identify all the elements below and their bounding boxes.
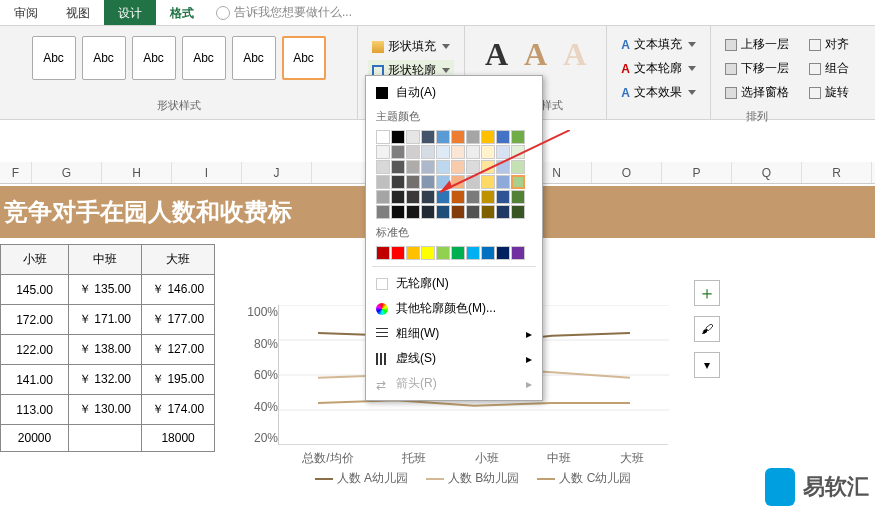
color-swatch[interactable] [496, 205, 510, 219]
color-swatch[interactable] [511, 130, 525, 144]
text-effects-button[interactable]: A文本效果 [617, 82, 700, 103]
selection-pane-button[interactable]: 选择窗格 [721, 82, 793, 103]
col-header[interactable]: O [592, 162, 662, 183]
color-swatch[interactable] [406, 190, 420, 204]
text-fill-button[interactable]: A文本填充 [617, 34, 700, 55]
tab-format[interactable]: 格式 [156, 0, 208, 25]
color-swatch[interactable] [481, 246, 495, 260]
arrows-item[interactable]: ⇄箭头(R)▸ [366, 371, 542, 396]
color-swatch[interactable] [391, 205, 405, 219]
color-swatch[interactable] [421, 205, 435, 219]
table-row[interactable]: 172.00￥ 171.00￥ 177.00 [1, 305, 215, 335]
color-swatch[interactable] [511, 246, 525, 260]
wordart-preset[interactable]: A [518, 36, 553, 73]
color-swatch[interactable] [466, 160, 480, 174]
tell-me[interactable]: 告诉我您想要做什么... [208, 0, 360, 25]
table-row[interactable]: 2000018000 [1, 425, 215, 452]
color-swatch[interactable] [421, 246, 435, 260]
color-swatch[interactable] [376, 246, 390, 260]
align-button[interactable]: 对齐 [805, 34, 853, 55]
more-colors-item[interactable]: 其他轮廓颜色(M)... [366, 296, 542, 321]
color-swatch[interactable] [466, 190, 480, 204]
color-swatch[interactable] [436, 205, 450, 219]
color-swatch[interactable] [406, 246, 420, 260]
color-swatch[interactable] [466, 205, 480, 219]
table-row[interactable]: 122.00￥ 138.00￥ 127.00 [1, 335, 215, 365]
dashes-item[interactable]: 虚线(S)▸ [366, 346, 542, 371]
color-swatch[interactable] [466, 130, 480, 144]
color-swatch[interactable] [451, 246, 465, 260]
color-swatch[interactable] [406, 130, 420, 144]
color-swatch[interactable] [406, 160, 420, 174]
table-row[interactable]: 113.00￥ 130.00￥ 174.00 [1, 395, 215, 425]
color-swatch[interactable] [436, 190, 450, 204]
color-swatch[interactable] [406, 175, 420, 189]
color-swatch[interactable] [421, 145, 435, 159]
col-header[interactable]: G [32, 162, 102, 183]
col-header[interactable]: F [0, 162, 32, 183]
chart-styles-button[interactable]: 🖌 [694, 316, 720, 342]
color-swatch[interactable] [481, 130, 495, 144]
col-header[interactable]: P [662, 162, 732, 183]
color-swatch[interactable] [511, 190, 525, 204]
color-swatch[interactable] [421, 130, 435, 144]
color-swatch[interactable] [436, 175, 450, 189]
style-preset[interactable]: Abc [132, 36, 176, 80]
table-header[interactable]: 大班 [142, 245, 215, 275]
color-swatch[interactable] [496, 145, 510, 159]
color-swatch[interactable] [451, 130, 465, 144]
style-preset[interactable]: Abc [32, 36, 76, 80]
tab-review[interactable]: 审阅 [0, 0, 52, 25]
chart-filters-button[interactable]: ▾ [694, 352, 720, 378]
bring-forward-button[interactable]: 上移一层 [721, 34, 793, 55]
color-swatch[interactable] [451, 205, 465, 219]
color-swatch[interactable] [451, 175, 465, 189]
shape-style-gallery[interactable]: Abc Abc Abc Abc Abc Abc [30, 30, 328, 86]
table-row[interactable]: 141.00￥ 132.00￥ 195.00 [1, 365, 215, 395]
style-preset-selected[interactable]: Abc [282, 36, 326, 80]
color-swatch[interactable] [376, 190, 390, 204]
color-swatch[interactable] [511, 160, 525, 174]
color-swatch[interactable] [451, 190, 465, 204]
color-swatch[interactable] [496, 160, 510, 174]
style-preset[interactable]: Abc [232, 36, 276, 80]
color-swatch[interactable] [496, 246, 510, 260]
text-outline-button[interactable]: A文本轮廓 [617, 58, 700, 79]
col-header[interactable]: I [172, 162, 242, 183]
color-swatch[interactable] [391, 160, 405, 174]
color-swatch[interactable] [391, 145, 405, 159]
rotate-button[interactable]: 旋转 [805, 82, 853, 103]
color-swatch[interactable] [511, 145, 525, 159]
color-swatch[interactable] [466, 145, 480, 159]
color-swatch[interactable] [391, 190, 405, 204]
color-swatch[interactable] [436, 130, 450, 144]
wordart-gallery[interactable]: A A A [473, 30, 598, 79]
color-swatch[interactable] [496, 175, 510, 189]
color-swatch[interactable] [376, 205, 390, 219]
chart-elements-button[interactable]: ＋ [694, 280, 720, 306]
style-preset[interactable]: Abc [82, 36, 126, 80]
color-swatch[interactable] [406, 145, 420, 159]
style-preset[interactable]: Abc [182, 36, 226, 80]
send-backward-button[interactable]: 下移一层 [721, 58, 793, 79]
color-swatch[interactable] [406, 205, 420, 219]
table-row[interactable]: 145.00￥ 135.00￥ 146.00 [1, 275, 215, 305]
color-swatch[interactable] [466, 175, 480, 189]
color-swatch[interactable] [391, 175, 405, 189]
color-swatch[interactable] [421, 175, 435, 189]
color-swatch[interactable] [391, 246, 405, 260]
no-outline-item[interactable]: 无轮廓(N) [366, 271, 542, 296]
data-table[interactable]: 小班中班大班 145.00￥ 135.00￥ 146.00 172.00￥ 17… [0, 244, 215, 452]
color-swatch[interactable] [451, 160, 465, 174]
color-swatch[interactable] [376, 175, 390, 189]
color-swatch[interactable] [511, 175, 525, 189]
col-header[interactable]: H [102, 162, 172, 183]
color-swatch[interactable] [481, 205, 495, 219]
color-swatch[interactable] [421, 190, 435, 204]
color-swatch[interactable] [376, 145, 390, 159]
group-button[interactable]: 组合 [805, 58, 853, 79]
wordart-preset[interactable]: A [557, 36, 592, 73]
table-header[interactable]: 中班 [69, 245, 142, 275]
col-header[interactable]: R [802, 162, 872, 183]
shape-fill-button[interactable]: 形状填充 [368, 36, 454, 57]
